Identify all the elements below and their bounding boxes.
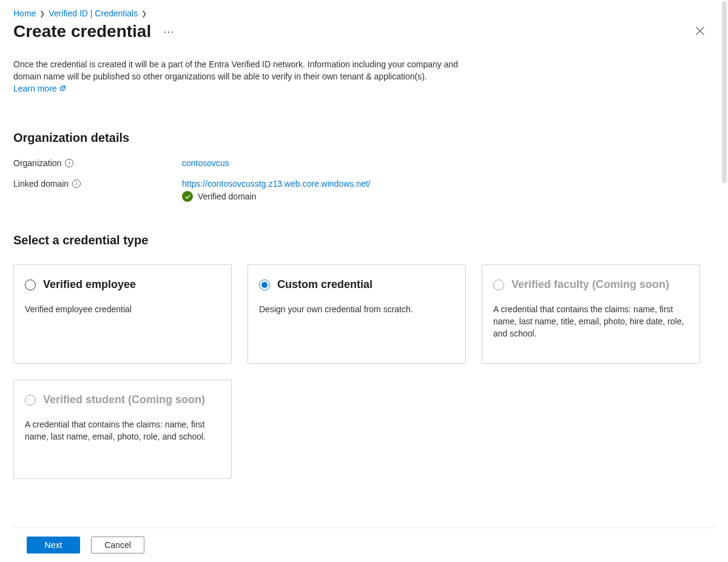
card-verified-student: Verified student (Coming soon) A credent… [13, 380, 232, 479]
radio-custom-credential[interactable] [259, 279, 270, 290]
org-details-heading: Organization details [13, 131, 710, 145]
check-circle-icon [182, 191, 193, 202]
organization-link[interactable]: contosovcus [182, 158, 229, 168]
info-icon[interactable]: i [72, 179, 81, 188]
card-title: Custom credential [277, 278, 372, 291]
next-button[interactable]: Next [27, 537, 80, 554]
scrollbar-thumb[interactable] [722, 1, 727, 183]
card-custom-credential[interactable]: Custom credential Design your own creden… [248, 264, 466, 364]
breadcrumb-home[interactable]: Home [13, 8, 36, 18]
card-desc: A credential that contains the claims: n… [493, 303, 689, 340]
breadcrumb: Home ❯ Verified ID | Credentials ❯ [13, 8, 710, 18]
close-button[interactable] [690, 22, 710, 41]
verified-domain-text: Verified domain [198, 192, 257, 201]
radio-verified-employee[interactable] [25, 279, 36, 290]
chevron-right-icon: ❯ [141, 10, 147, 18]
card-desc: Design your own credential from scratch. [259, 303, 454, 315]
card-desc: Verified employee credential [25, 303, 220, 315]
cancel-button[interactable]: Cancel [91, 537, 144, 554]
page-title: Create credential [13, 22, 151, 41]
more-actions-button[interactable]: ⋯ [160, 22, 179, 41]
external-link-icon [59, 82, 66, 95]
linked-domain-link[interactable]: https://contosovcusstg.z13.web.core.wind… [182, 179, 371, 189]
intro-text: Once the credential is created it will b… [13, 58, 480, 95]
radio-verified-faculty [493, 279, 504, 290]
organization-label: Organization [13, 158, 61, 168]
card-desc: A credential that contains the claims: n… [25, 418, 220, 443]
radio-verified-student [25, 395, 36, 406]
select-credential-heading: Select a credential type [13, 233, 710, 247]
footer-actions: Next Cancel [13, 527, 715, 562]
breadcrumb-verified-id[interactable]: Verified ID | Credentials [49, 8, 138, 18]
card-verified-faculty: Verified faculty (Coming soon) A credent… [482, 264, 700, 364]
card-title: Verified student (Coming soon) [43, 393, 205, 406]
learn-more-link[interactable]: Learn more [13, 82, 66, 95]
card-title: Verified faculty (Coming soon) [511, 278, 669, 291]
card-verified-employee[interactable]: Verified employee Verified employee cred… [13, 264, 232, 364]
card-title: Verified employee [43, 278, 136, 291]
chevron-right-icon: ❯ [39, 10, 45, 18]
linked-domain-label: Linked domain [13, 179, 69, 189]
info-icon[interactable]: i [65, 159, 73, 167]
